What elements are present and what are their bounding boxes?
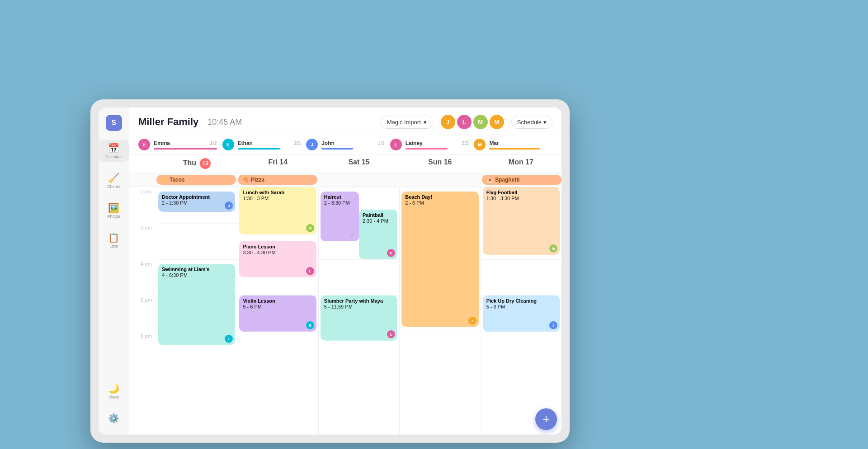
- event-haircut[interactable]: Haircut 2 - 3:30 PM E: [321, 192, 359, 241]
- time-label-5pm: 5 pm: [129, 295, 156, 332]
- event-avatar: E: [306, 321, 314, 329]
- sidebar-item-settings[interactable]: ⚙️: [99, 410, 129, 427]
- event-avatar: E: [387, 249, 395, 257]
- member-info-lainey: Lainey 2/3: [406, 140, 469, 150]
- member-name-emma: Emma: [154, 140, 170, 146]
- members-bar: E Emma 2/2 E Ethan 2/3: [129, 135, 561, 154]
- day-header-sun: Sun 16: [400, 154, 481, 173]
- event-paintball[interactable]: Paintball 2:30 - 4 PM E: [359, 210, 397, 259]
- member-avatar-lainey: L: [390, 139, 402, 150]
- event-violin-lesson[interactable]: Violin Lesson 5 - 6 PM E: [239, 295, 316, 332]
- day-header-sat: Sat 15: [318, 154, 399, 173]
- event-avatar: J: [468, 317, 476, 325]
- app-logo[interactable]: S: [106, 115, 122, 131]
- time-label-6pm: 6 pm: [129, 332, 156, 368]
- event-time: 5 - 6 PM: [486, 304, 556, 309]
- avatar-m1[interactable]: M: [473, 115, 488, 129]
- sidebar-item-calendar[interactable]: 📅 Calendar: [99, 140, 129, 162]
- sidebar-lists-label: Lists: [109, 244, 118, 248]
- schedule-label: Schedule: [517, 119, 542, 126]
- member-progress-emma: [154, 148, 217, 150]
- meal-row: ⚡ Tacos 🍕 Pizza 🍝 Spaghetti: [129, 173, 561, 187]
- meal-sat: [319, 175, 399, 185]
- event-time: 2 - 3:30 PM: [324, 200, 355, 206]
- event-title: Slumber Party with Maya: [324, 298, 394, 304]
- event-doctor-appointment[interactable]: Doctor Appointment 2 - 2:30 PM J: [158, 192, 235, 212]
- header-avatars: J L M M: [441, 115, 504, 129]
- schedule-chevron-icon: ▾: [543, 119, 547, 126]
- event-avatar: J: [549, 321, 557, 329]
- event-title: Haircut: [324, 194, 355, 200]
- sidebar: S 📅 Calendar 🧹 Chores 🖼️ Photos 📋 Lists …: [99, 108, 129, 435]
- sidebar-chores-label: Chores: [107, 184, 120, 189]
- member-name-ethan: Ethan: [238, 140, 253, 146]
- time-labels: 2 pm 3 pm 4 pm 5 pm 6 pm: [129, 187, 156, 435]
- day-header-fri: Fri 14: [237, 154, 318, 173]
- event-beach-day[interactable]: Beach Day! 2 - 6 PM J: [401, 192, 478, 327]
- day-column-sun: Beach Day! 2 - 6 PM J: [400, 187, 481, 435]
- event-piano-lesson[interactable]: Piano Lesson 3:30 - 4:30 PM L: [239, 241, 316, 277]
- member-info-john: John 1/2: [321, 140, 385, 150]
- member-progress-lainey: [406, 148, 448, 150]
- avatar-m2[interactable]: M: [490, 115, 504, 129]
- member-mar[interactable]: M Mar: [474, 139, 552, 150]
- lists-icon: 📋: [108, 232, 119, 243]
- member-info-emma: Emma 2/2: [154, 140, 217, 150]
- sidebar-item-photos[interactable]: 🖼️ Photos: [99, 200, 129, 221]
- time-label-3pm: 3 pm: [129, 223, 156, 259]
- sidebar-item-lists[interactable]: 📋 Lists: [99, 229, 129, 251]
- member-info-mar: Mar: [489, 140, 552, 150]
- meal-mon-name: Spaghetti: [495, 177, 520, 183]
- time-grid: 2 pm 3 pm 4 pm 5 pm 6 pm: [129, 187, 561, 435]
- calendar-icon: 📅: [108, 143, 119, 154]
- event-title: Beach Day!: [405, 194, 475, 200]
- magic-import-button[interactable]: Magic Import ▾: [380, 116, 434, 129]
- member-lainey[interactable]: L Lainey 2/3: [390, 139, 469, 150]
- event-title: Swimming at Liam's: [162, 267, 231, 272]
- event-flag-football[interactable]: Flag Football 1:30 - 3:30 PM M: [483, 187, 560, 255]
- event-swimming[interactable]: Swimming at Liam's 4 - 6:30 PM E: [158, 264, 235, 345]
- member-count-ethan: 2/3: [294, 140, 301, 146]
- meal-fri[interactable]: 🍕 Pizza: [238, 175, 317, 185]
- meal-thu[interactable]: ⚡ Tacos: [156, 175, 236, 185]
- event-time: 4 - 6:30 PM: [162, 272, 231, 278]
- member-avatar-ethan: E: [222, 139, 234, 150]
- member-progress-john: [321, 148, 353, 150]
- sidebar-sleep-label: Sleep: [108, 395, 119, 399]
- event-time: 3:30 - 4:30 PM: [243, 250, 312, 255]
- sleep-icon: 🌙: [108, 383, 119, 394]
- member-avatar-mar: M: [474, 139, 486, 150]
- time-label-2pm: 2 pm: [129, 187, 156, 223]
- event-slumber-party[interactable]: Slumber Party with Maya 5 - 11:59 PM L: [321, 295, 397, 341]
- meal-sun: [401, 175, 480, 185]
- day-header-mon: Mon 17: [481, 154, 561, 173]
- event-title: Lunch with Sarah: [243, 190, 312, 195]
- sidebar-item-sleep[interactable]: 🌙 Sleep: [99, 380, 129, 402]
- member-count-john: 1/2: [377, 140, 384, 146]
- add-icon: +: [542, 412, 550, 426]
- calendar-area: Thu 13 Fri 14 Sat 15 Sun 16 Mon 17 ⚡ Tac…: [129, 154, 561, 435]
- member-john[interactable]: J John 1/2: [306, 139, 385, 150]
- member-name-john: John: [321, 140, 335, 146]
- meal-mon-emoji: 🍝: [486, 177, 493, 183]
- event-lunch-sarah[interactable]: Lunch with Sarah 1:30 - 3 PM M: [239, 187, 316, 234]
- member-ethan[interactable]: E Ethan 2/3: [222, 139, 301, 150]
- magic-import-label: Magic Import: [387, 119, 421, 126]
- member-emma[interactable]: E Emma 2/2: [138, 139, 217, 150]
- sidebar-item-chores[interactable]: 🧹 Chores: [99, 170, 129, 192]
- day-headers: Thu 13 Fri 14 Sat 15 Sun 16 Mon 17: [129, 154, 561, 173]
- meal-mon[interactable]: 🍝 Spaghetti: [482, 175, 561, 185]
- event-dry-cleaning[interactable]: Pick Up Dry Cleaning 5 - 6 PM J: [483, 295, 560, 332]
- day-header-thu: Thu 13: [156, 154, 237, 173]
- avatar-l[interactable]: L: [457, 115, 472, 129]
- photos-icon: 🖼️: [108, 202, 119, 213]
- event-time: 2 - 6 PM: [405, 200, 475, 206]
- day-column-thu: Doctor Appointment 2 - 2:30 PM J Swimmin…: [156, 187, 237, 435]
- schedule-button[interactable]: Schedule ▾: [511, 116, 552, 129]
- member-name-mar: Mar: [489, 140, 499, 146]
- event-time: 2 - 2:30 PM: [162, 200, 231, 206]
- chevron-down-icon: ▾: [424, 119, 427, 126]
- add-event-button[interactable]: +: [535, 408, 557, 430]
- avatar-j[interactable]: J: [441, 115, 455, 129]
- event-avatar: J: [225, 201, 233, 210]
